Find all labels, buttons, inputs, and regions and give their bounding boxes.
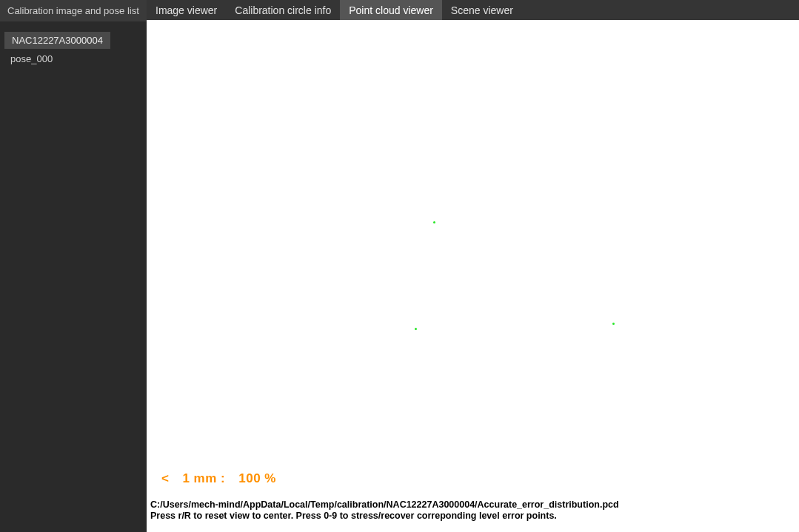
cloud-point (433, 221, 435, 223)
footer-path: C:/Users/mech-mind/AppData/Local/Temp/ca… (150, 499, 619, 511)
cloud-point (415, 328, 417, 330)
tab-scene-viewer[interactable]: Scene viewer (442, 0, 522, 20)
footer-hint: Press r/R to reset view to center. Press… (150, 511, 619, 522)
tab-image-viewer[interactable]: Image viewer (147, 0, 226, 20)
tab-calibration-circle-info[interactable]: Calibration circle info (226, 0, 340, 20)
cloud-point (612, 323, 615, 325)
tab-bar: Image viewer Calibration circle info Poi… (147, 0, 799, 20)
sidebar-list: NAC12227A3000004 pose_000 (0, 21, 147, 532)
sidebar-item-pose[interactable]: pose_000 (4, 50, 142, 67)
main-panel: Image viewer Calibration circle info Poi… (147, 0, 799, 532)
point-cloud-viewport[interactable] (147, 20, 799, 532)
footer-info: C:/Users/mech-mind/AppData/Local/Temp/ca… (150, 499, 619, 522)
legend-symbol: < (161, 471, 169, 486)
tab-point-cloud-viewer[interactable]: Point cloud viewer (340, 0, 442, 20)
sidebar-item-device[interactable]: NAC12227A3000004 (4, 32, 110, 49)
sidebar-title: Calibration image and pose list (0, 0, 147, 21)
legend-range: 1 mm : (182, 471, 225, 486)
error-legend: < 1 mm : 100 % (161, 471, 276, 486)
legend-percent: 100 % (238, 471, 276, 486)
sidebar: Calibration image and pose list NAC12227… (0, 0, 147, 532)
